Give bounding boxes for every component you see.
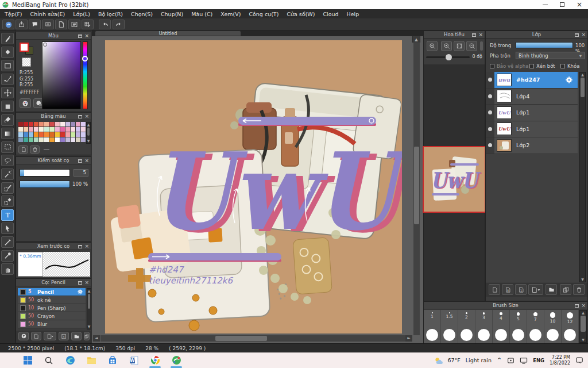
scroll-down-icon[interactable]: ▼ bbox=[87, 139, 90, 143]
palette-swatch-8[interactable] bbox=[60, 122, 65, 126]
palette-scrollbar[interactable]: ▲ ▼ bbox=[86, 122, 91, 144]
palette-swatch-11[interactable] bbox=[76, 122, 80, 126]
new-folder-button[interactable] bbox=[546, 284, 557, 295]
menu-item-11[interactable]: Help bbox=[347, 11, 359, 17]
delete-layer-button[interactable] bbox=[573, 284, 585, 295]
new-1bit-layer-button[interactable]: 1 bbox=[515, 284, 527, 295]
brush-size-7[interactable]: 7 bbox=[527, 310, 544, 327]
zoom-out-button[interactable] bbox=[466, 41, 477, 51]
brush-size-large-1[interactable] bbox=[441, 327, 458, 343]
operation-tool[interactable] bbox=[1, 223, 14, 234]
sv-picker-cursor[interactable] bbox=[43, 43, 47, 47]
brush-size-scrollbar[interactable]: ▲ ▼ bbox=[579, 310, 587, 343]
popout-icon[interactable] bbox=[78, 115, 82, 118]
popout-icon[interactable] bbox=[78, 245, 82, 248]
gear-icon[interactable] bbox=[77, 289, 83, 295]
palette-swatch-10[interactable] bbox=[71, 122, 75, 126]
popout-icon[interactable] bbox=[78, 159, 82, 163]
palette-swatch-9[interactable] bbox=[65, 122, 70, 126]
transparent-color-swatch[interactable] bbox=[22, 57, 31, 67]
chrome-button[interactable] bbox=[148, 354, 162, 367]
palette-swatch-31[interactable] bbox=[44, 132, 49, 137]
brush-size-large-5[interactable] bbox=[510, 327, 527, 343]
shape-brush-tool[interactable] bbox=[1, 60, 14, 71]
grid-edit-button[interactable] bbox=[82, 20, 94, 29]
material-list-button[interactable] bbox=[68, 20, 80, 29]
palette-swatch-18[interactable] bbox=[44, 127, 49, 132]
brush-item-ok-n-[interactable]: 50ok nè bbox=[18, 296, 86, 304]
divide-tool[interactable] bbox=[1, 236, 14, 248]
layer-visibility-toggle[interactable] bbox=[486, 137, 494, 154]
palette-swatch-12[interactable] bbox=[81, 122, 86, 126]
tray-app-icon[interactable] bbox=[507, 357, 514, 364]
palette-swatch-28[interactable] bbox=[29, 132, 33, 137]
brush-size-value[interactable]: 5 bbox=[74, 169, 88, 177]
scroll-up-icon[interactable]: ▲ bbox=[580, 72, 585, 77]
palette-swatch-35[interactable] bbox=[65, 132, 70, 137]
search-button[interactable] bbox=[42, 354, 56, 367]
palette-swatch-19[interactable] bbox=[49, 127, 54, 132]
brush-size-2[interactable]: 2 bbox=[458, 310, 475, 327]
palette-swatch-27[interactable] bbox=[24, 132, 28, 137]
scroll-up-icon[interactable]: ▲ bbox=[87, 289, 91, 293]
popout-icon[interactable] bbox=[575, 33, 579, 37]
layer-row-2[interactable]: UwULớp1 bbox=[486, 105, 578, 121]
brush-size-4[interactable]: 4 bbox=[493, 310, 510, 327]
brush-tool[interactable] bbox=[1, 33, 14, 44]
bucket-tool[interactable] bbox=[1, 114, 14, 126]
menu-item-4[interactable]: Chọn(S) bbox=[131, 11, 153, 17]
brush-size-large-2[interactable] bbox=[458, 327, 475, 343]
canvas-vscroll-thumb[interactable] bbox=[414, 147, 419, 224]
canvas-scroll-up[interactable]: ▲ bbox=[412, 36, 420, 43]
palette-swatch-14[interactable] bbox=[24, 127, 28, 132]
language-indicator[interactable]: ENG bbox=[533, 358, 544, 363]
brush-size-large-4[interactable] bbox=[493, 327, 510, 343]
palette-swatch-45[interactable] bbox=[49, 137, 54, 142]
close-icon[interactable]: × bbox=[84, 244, 89, 249]
close-icon[interactable]: × bbox=[84, 33, 89, 39]
canvas-scroll-left[interactable]: ◄ bbox=[93, 335, 100, 342]
medibang-cloud-button[interactable] bbox=[2, 20, 14, 29]
popout-icon[interactable] bbox=[472, 33, 476, 37]
popout-icon[interactable] bbox=[575, 304, 579, 308]
palette-swatch-32[interactable] bbox=[49, 132, 54, 137]
canvas-scroll-right[interactable]: ► bbox=[405, 335, 412, 342]
brush-item-pencil[interactable]: 5Pencil bbox=[18, 288, 86, 296]
palette-swatch-16[interactable] bbox=[34, 127, 38, 132]
palette-swatch-0[interactable] bbox=[18, 122, 23, 126]
weather-temp[interactable]: 67°F bbox=[448, 357, 461, 363]
palette-swatch-38[interactable] bbox=[81, 132, 86, 137]
brush-folder-button[interactable] bbox=[71, 332, 82, 340]
menu-item-5[interactable]: Chụp(N) bbox=[161, 11, 183, 17]
word-button[interactable]: W bbox=[127, 354, 141, 367]
menu-item-7[interactable]: Xem(V) bbox=[220, 11, 241, 17]
brush-size-large-8[interactable] bbox=[562, 327, 579, 343]
palette-swatch-2[interactable] bbox=[29, 122, 33, 126]
fill-rect-tool[interactable] bbox=[1, 101, 14, 112]
palette-swatch-30[interactable] bbox=[39, 132, 44, 137]
scroll-down-icon[interactable]: ▼ bbox=[580, 277, 585, 282]
foreground-color-swatch[interactable] bbox=[20, 43, 29, 52]
lasso-tool[interactable] bbox=[1, 155, 14, 166]
layers-scrollbar[interactable]: ▲ ▼ bbox=[579, 72, 586, 282]
close-icon[interactable]: × bbox=[84, 114, 89, 119]
add-brush-menu-button[interactable] bbox=[44, 332, 56, 340]
palette-swatch-26[interactable] bbox=[18, 132, 23, 137]
palette-swatch-4[interactable] bbox=[39, 122, 44, 126]
brush-list-scrollbar[interactable]: ▲ ▼ bbox=[87, 288, 91, 329]
medibang-taskbar-button[interactable] bbox=[169, 354, 183, 367]
palette-mode-button[interactable] bbox=[20, 98, 31, 108]
comment-button[interactable] bbox=[29, 20, 41, 29]
palette-swatch-48[interactable] bbox=[65, 137, 70, 142]
menu-item-3[interactable]: Bộ lọc(R) bbox=[98, 11, 123, 17]
brush-size-large-0[interactable] bbox=[424, 327, 441, 343]
brush-item-blur[interactable]: 50Blur bbox=[18, 320, 86, 328]
popout-icon[interactable] bbox=[78, 281, 82, 285]
restore-button[interactable] bbox=[554, 0, 571, 9]
delete-color-button[interactable] bbox=[30, 145, 40, 154]
canvas-hscroll-thumb[interactable] bbox=[215, 336, 267, 341]
lock-checkbox[interactable]: Khóa bbox=[560, 63, 579, 69]
hue-cursor[interactable] bbox=[82, 56, 88, 62]
brush-size-12[interactable]: 12 bbox=[562, 310, 579, 327]
clock[interactable]: 7:22 PM 1/8/2022 bbox=[550, 355, 570, 366]
